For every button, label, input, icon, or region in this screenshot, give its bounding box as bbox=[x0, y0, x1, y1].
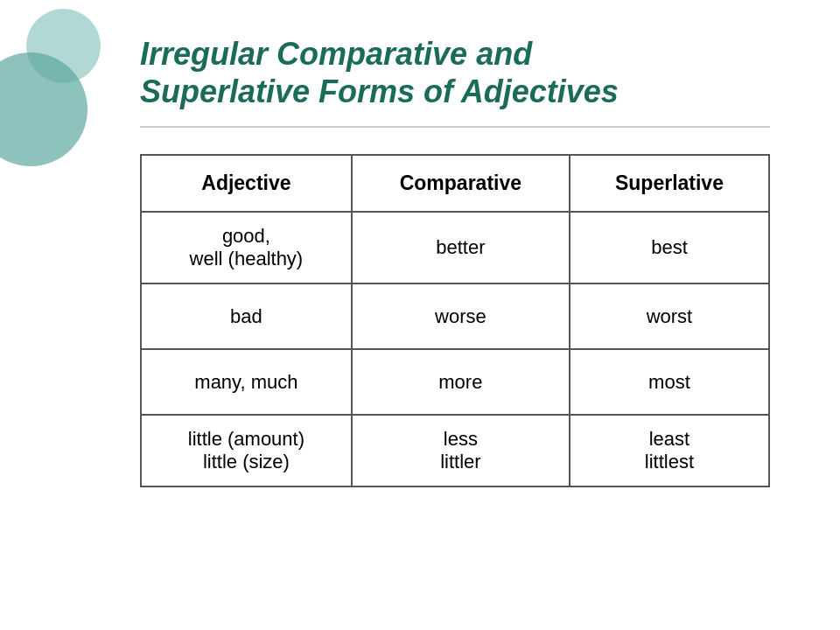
col-header-superlative: Superlative bbox=[570, 155, 769, 212]
cell-adjective-2: many, much bbox=[141, 349, 352, 415]
cell-adjective-0: good,well (healthy) bbox=[141, 212, 352, 284]
title-line1: Irregular Comparative and bbox=[140, 36, 532, 72]
cell-comparative-1: worse bbox=[352, 284, 570, 349]
cell-superlative-0: best bbox=[570, 212, 769, 284]
title-line2: Superlative Forms of Adjectives bbox=[140, 74, 619, 109]
table-row: little (amount)little (size)lesslittlerl… bbox=[141, 415, 769, 486]
table-row: many, muchmoremost bbox=[141, 349, 769, 415]
col-header-comparative: Comparative bbox=[352, 155, 570, 212]
cell-comparative-0: better bbox=[352, 212, 570, 284]
cell-superlative-3: leastlittlest bbox=[570, 415, 769, 486]
table-row: good,well (healthy)betterbest bbox=[141, 212, 769, 284]
table-header-row: Adjective Comparative Superlative bbox=[141, 155, 769, 212]
adjectives-table: Adjective Comparative Superlative good,w… bbox=[140, 154, 770, 487]
table-row: badworseworst bbox=[141, 284, 769, 349]
divider bbox=[140, 126, 770, 128]
cell-superlative-2: most bbox=[570, 349, 769, 415]
cell-adjective-3: little (amount)little (size) bbox=[141, 415, 352, 486]
cell-comparative-3: lesslittler bbox=[352, 415, 570, 486]
cell-comparative-2: more bbox=[352, 349, 570, 415]
cell-adjective-1: bad bbox=[141, 284, 352, 349]
page-title: Irregular Comparative and Superlative Fo… bbox=[140, 35, 770, 110]
cell-superlative-1: worst bbox=[570, 284, 769, 349]
col-header-adjective: Adjective bbox=[141, 155, 352, 212]
